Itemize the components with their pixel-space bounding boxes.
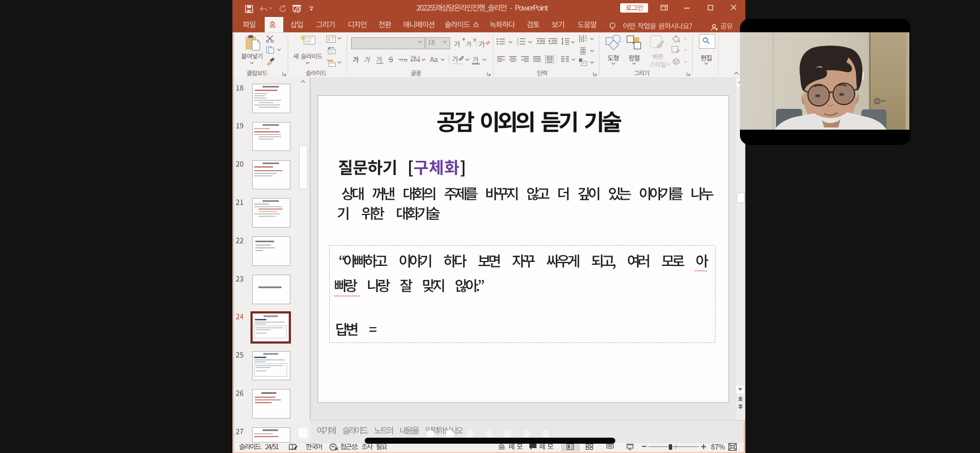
svg-text:3: 3: [517, 43, 518, 45]
